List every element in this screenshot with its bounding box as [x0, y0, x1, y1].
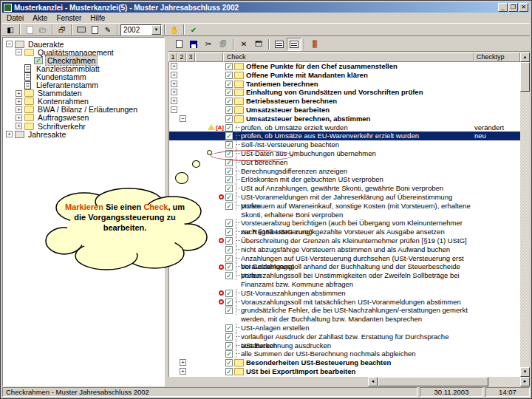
checklist-row[interactable]: ✓Soll-/Ist-Versteuerung beachten	[169, 140, 520, 149]
check-checkbox[interactable]: ✓	[225, 299, 233, 306]
column-header-checktyp[interactable]: Checktyp	[474, 52, 520, 62]
check-checkbox[interactable]: ✓	[225, 150, 233, 157]
check-checkbox[interactable]: ✓	[225, 124, 233, 132]
view-details-icon[interactable]	[287, 38, 301, 51]
tree-item-stammdaten[interactable]: +Stammdaten	[16, 89, 83, 98]
expand-icon[interactable]: +	[171, 81, 177, 87]
column-header-3[interactable]: 3	[186, 52, 195, 62]
checklist-row[interactable]: ✓Vorauszahlungssoll bei Unstimmigkeiten …	[169, 271, 520, 289]
scroll-left-icon[interactable]: ◄	[368, 377, 378, 386]
check-checkbox[interactable]: ✓	[225, 72, 233, 79]
check-checkbox[interactable]: ✓	[225, 81, 233, 88]
check-checkbox[interactable]: ✓	[225, 168, 233, 175]
checklist-row[interactable]: −✓Umsatzsteuer berechnen, abstimmen	[169, 115, 520, 123]
checklist-row[interactable]: ✓vorläufiger Ausdruck der Zahllast bzw. …	[169, 332, 520, 341]
check-checkbox[interactable]: ✓	[225, 290, 233, 297]
expand-icon[interactable]: +	[171, 72, 177, 78]
checklist-row[interactable]: +✓Offene Punkte mit Mandanten klären	[169, 71, 520, 80]
check-checkbox[interactable]: ✓	[225, 141, 233, 149]
check-checkbox[interactable]: ✓	[225, 350, 233, 358]
check-checkbox[interactable]: ✓	[225, 159, 233, 166]
collapse-icon[interactable]: −	[6, 41, 13, 47]
checklist-row[interactable]: ✓USt-Vorauszahlungen abstimmen	[169, 289, 520, 298]
year-select[interactable]: 2002 ▼	[120, 24, 162, 35]
checklist-row[interactable]: ✓alle Summen der USt-Berechnung nochmals…	[169, 349, 520, 358]
panel-toggle-icon[interactable]: ◧	[4, 24, 17, 35]
stamp-icon[interactable]: ✋	[168, 24, 181, 35]
save-icon[interactable]	[186, 38, 201, 51]
tree-item-kundenstamm[interactable]: Kundenstamm	[16, 72, 88, 81]
edit-icon[interactable]: ✎	[101, 24, 115, 35]
vertical-scroll-thumb[interactable]	[520, 62, 530, 92]
open-folder-icon[interactable]: 🗁	[36, 24, 50, 35]
document-person-icon[interactable]	[88, 24, 101, 35]
checklist-row[interactable]: ✓Vorauszahlungssoll mit tatsächlichen US…	[169, 298, 520, 307]
expand-icon[interactable]: +	[16, 98, 22, 105]
tree-item-bwa-bilanz-erl-uterungen[interactable]: +BWA / Bilanz / Erläuterungen	[16, 106, 139, 114]
checklist-row[interactable]: +✓Einhaltung von Grundsätzen und Vorschr…	[169, 88, 520, 97]
checklist-row[interactable]: ✓grundsätzliche Fehler, die bei USt-Nach…	[169, 306, 520, 324]
scroll-down-icon[interactable]: ▼	[520, 367, 530, 377]
checklist-row[interactable]: ✓Vorsteuern auf Wareneinkauf, sonstige K…	[169, 202, 520, 219]
checklist-row[interactable]: +✓Besonderheiten USt-Besteuerung beachte…	[169, 358, 520, 367]
menu-hilfe[interactable]: Hilfe	[86, 14, 109, 22]
checklist-row[interactable]: ✓Berechnungsdifferenzen anzeigen	[169, 167, 520, 176]
check-checkbox[interactable]: ✓	[225, 202, 233, 210]
expand-icon[interactable]: +	[6, 131, 13, 137]
view-list-icon[interactable]	[272, 38, 287, 51]
menu-fenster[interactable]: Fenster	[52, 14, 86, 22]
checklist-row[interactable]: +✓Tantiemen berechnen	[169, 80, 520, 89]
check-checkbox[interactable]: ✓	[225, 307, 233, 314]
checklist-row[interactable]: −✓Umsatzsteuer bearbeiten	[169, 106, 520, 115]
scroll-up-icon[interactable]: ▲	[520, 52, 530, 62]
column-header-1[interactable]: 1	[168, 52, 177, 62]
tree-item-auftragswesen[interactable]: +Auftragswesen	[16, 114, 90, 122]
check-checkbox[interactable]: ✓	[225, 106, 233, 114]
checklist-row[interactable]: ✓USt-Voranmeldungen mit der Jahreserklär…	[169, 193, 520, 202]
minimize-button[interactable]: _	[498, 3, 508, 12]
checklist-row[interactable]: +✓Betriebssteuern berechnen	[169, 97, 520, 106]
chevron-down-icon[interactable]: ▼	[151, 25, 161, 35]
check-checkbox[interactable]: ✓	[225, 176, 233, 183]
expand-icon[interactable]: +	[171, 63, 177, 69]
checklist-row[interactable]: ✓Überschreitung der Grenzen als Kleinunt…	[169, 236, 520, 245]
expand-icon[interactable]: +	[180, 368, 186, 375]
check-checkbox[interactable]: ✓	[225, 342, 233, 349]
collapse-icon[interactable]: −	[16, 49, 22, 55]
checklist-row[interactable]: ✓Anzahlungen auf USt-Versteuerung durchs…	[169, 254, 520, 263]
exit-door-icon[interactable]: 🚪	[307, 38, 322, 51]
cut-icon[interactable]: ✂	[201, 38, 216, 51]
check-checkbox[interactable]: ✓	[225, 219, 233, 227]
check-checkbox[interactable]: ✓	[225, 324, 233, 332]
check-checkbox[interactable]: ✓	[225, 185, 233, 192]
expand-icon[interactable]: +	[171, 89, 177, 95]
check-checkbox[interactable]: ✓	[225, 63, 233, 70]
check-checkbox[interactable]: ✓	[225, 115, 233, 123]
check-checkbox[interactable]: ✓	[225, 246, 233, 253]
expand-icon[interactable]: +	[16, 90, 22, 97]
paste-icon[interactable]: 🗐	[216, 38, 231, 51]
column-header-2[interactable]: 2	[177, 52, 186, 62]
checklist-row[interactable]: ✓USt auf Anzahlungen, gewährte Skonti, g…	[169, 184, 520, 193]
tree-item-dauerakte[interactable]: −Dauerakte	[6, 40, 65, 48]
expand-icon[interactable]: +	[171, 98, 177, 104]
delete-icon[interactable]: ✕	[236, 38, 251, 51]
checklist-row[interactable]: +✓Offene Punkte für den Chef zusammenste…	[169, 62, 520, 71]
check-run-icon[interactable]: ✔	[187, 24, 200, 35]
horizontal-scrollbar[interactable]: ◄ ►	[368, 377, 530, 386]
tree-item-schriftverkehr[interactable]: +Schriftverkehr	[16, 122, 87, 130]
checklist-row[interactable]: ✓Vorauszahlungssoll anhand der Buchhaltu…	[169, 262, 520, 271]
check-checkbox[interactable]: ✓	[225, 194, 233, 201]
maximize-button[interactable]: ❐	[508, 3, 518, 12]
collapse-icon[interactable]: −	[171, 106, 177, 113]
window-export-icon[interactable]: 🗗	[55, 24, 69, 35]
scroll-right-icon[interactable]: ►	[520, 377, 530, 386]
tree-item-lieferantenstamm[interactable]: Lieferantenstamm	[16, 81, 100, 89]
checklist-row[interactable]: ✓USt-Berechnung ausdrucken	[169, 341, 520, 350]
horizontal-scroll-thumb[interactable]	[378, 377, 488, 386]
checklist-row[interactable]: ✓nach §15a UStG zurückgezahlte Vorsteuer…	[169, 228, 520, 236]
checklist-row[interactable]: ✓USt berechnen	[169, 158, 520, 167]
checklist-row[interactable]: ✓USt-Daten aus Umbuchungen übernehmen	[169, 149, 520, 158]
vertical-scrollbar[interactable]: ▲ ▼	[520, 52, 530, 377]
tree-item-jahresakte[interactable]: +Jahresakte	[6, 130, 67, 138]
